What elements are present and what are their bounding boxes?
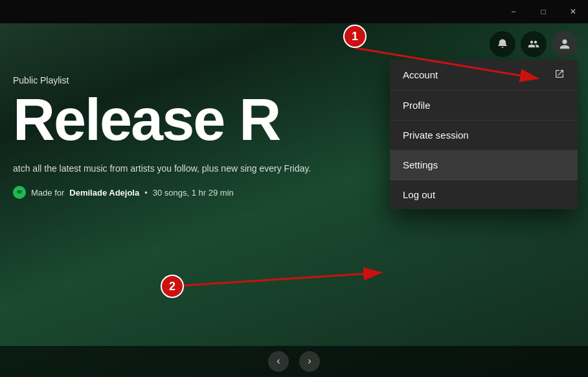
maximize-button[interactable]: □ (528, 0, 558, 23)
made-for-text: Made for (31, 188, 64, 198)
annotation-2: 2 (161, 275, 184, 298)
friends-button[interactable] (521, 31, 547, 57)
external-link-icon (554, 69, 565, 81)
bullet-separator: • (144, 188, 148, 198)
annotation-1: 1 (343, 25, 367, 48)
user-icon (559, 38, 571, 50)
titlebar: − □ ✕ (0, 0, 588, 23)
prev-button[interactable] (268, 351, 289, 372)
spotify-logo (13, 186, 26, 199)
menu-item-private-session[interactable]: Private session (390, 120, 578, 150)
private-session-label: Private session (403, 130, 469, 141)
user-name-text: Demilade Adejola (69, 188, 139, 198)
chevron-left-icon (274, 357, 283, 366)
main-content: Public Playlist Release R atch all the l… (0, 23, 588, 377)
menu-item-profile[interactable]: Profile (390, 91, 578, 120)
menu-item-logout[interactable]: Log out (390, 180, 578, 209)
user-dropdown-menu: Account Profile Private session Settings… (390, 60, 578, 209)
notifications-button[interactable] (490, 31, 515, 57)
logout-label: Log out (403, 189, 435, 200)
bottombar (0, 346, 588, 377)
profile-label: Profile (403, 100, 431, 111)
account-label: Account (403, 69, 438, 80)
playlist-description: atch all the latest music from artists y… (13, 162, 350, 176)
menu-item-settings[interactable]: Settings (390, 150, 578, 180)
chevron-right-icon (305, 357, 314, 366)
svg-point-0 (16, 189, 23, 196)
close-button[interactable]: ✕ (558, 0, 588, 23)
song-count-text: 30 songs, 1 hr 29 min (153, 188, 234, 198)
menu-item-account[interactable]: Account (390, 60, 578, 91)
topbar (0, 23, 588, 65)
next-button[interactable] (299, 351, 320, 372)
friends-icon (528, 38, 539, 50)
bell-icon (497, 38, 508, 50)
minimize-button[interactable]: − (499, 0, 528, 23)
settings-label: Settings (403, 159, 438, 170)
user-menu-button[interactable] (552, 31, 578, 57)
